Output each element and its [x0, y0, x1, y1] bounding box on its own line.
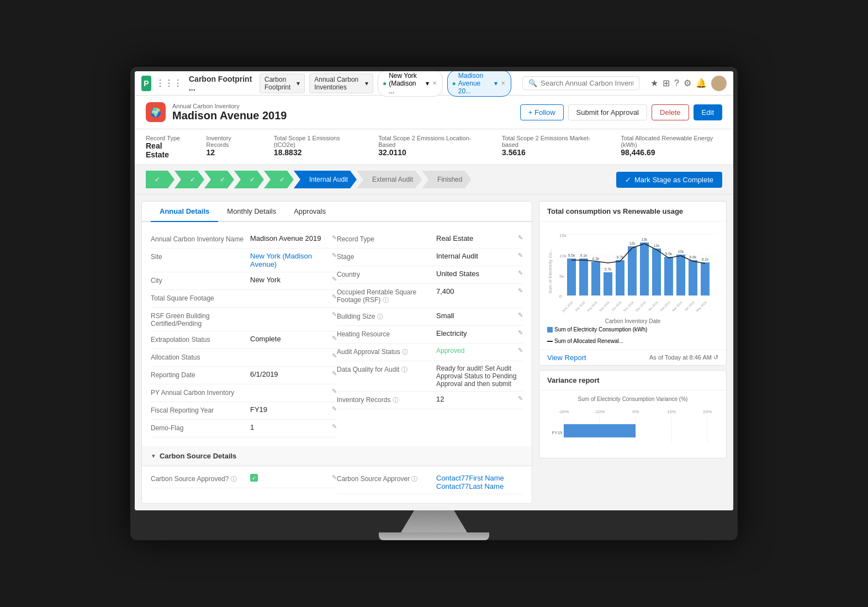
edit-icon-site[interactable]: ✎	[332, 252, 337, 259]
svg-rect-56	[564, 424, 636, 437]
svg-text:Feb 2019: Feb 2019	[659, 300, 671, 312]
svg-text:9.5k: 9.5k	[568, 254, 575, 257]
stage-3[interactable]: ✓	[204, 171, 234, 188]
tab-annual-details[interactable]: Annual Details	[151, 202, 218, 222]
search-bar[interactable]: 🔍	[522, 76, 639, 90]
breadcrumb-label-annual: Annual Carbon Inventories	[314, 76, 363, 91]
tab-monthly-details[interactable]: Monthly Details	[218, 202, 285, 222]
edit-icon-carbon-approved[interactable]: ✎	[332, 474, 337, 481]
edit-button[interactable]: Edit	[694, 104, 722, 120]
info-icon-building[interactable]: ⓘ	[377, 313, 383, 320]
stage-1[interactable]: ✓	[146, 171, 174, 188]
search-input[interactable]	[541, 79, 633, 87]
record-subtitle: Annual Carbon Inventory	[172, 103, 287, 109]
svg-text:5k: 5k	[559, 274, 564, 279]
legend-electricity: Sum of Electricity Consumption (kWh)	[554, 326, 647, 332]
edit-icon-sqft[interactable]: ✎	[332, 293, 337, 300]
stage-internal-audit[interactable]: Internal Audit	[294, 171, 357, 188]
site-link[interactable]: New York (Madison Avenue)	[250, 252, 332, 268]
stage-4[interactable]: ✓	[234, 171, 264, 188]
stage-progress-bar: ✓ ✓ ✓ ✓ ✓ Internal Audit External Audit …	[135, 165, 733, 194]
refresh-icon[interactable]: ↺	[713, 354, 718, 361]
field-record-type: Record Type Real Estate ✎	[337, 231, 523, 249]
user-avatar[interactable]	[711, 76, 727, 91]
chart1-footer: View Report As of Today at 8:46 AM ↺	[539, 350, 726, 365]
tab-icon1: ●	[383, 80, 387, 87]
breadcrumb-tab-carbon[interactable]: Carbon Footprint ▾	[260, 73, 305, 93]
info-icon-cs-approver[interactable]: ⓘ	[411, 476, 417, 482]
svg-rect-15	[604, 272, 612, 295]
svg-text:Jan 2019: Jan 2019	[647, 300, 658, 312]
edit-icon-fiscal-year[interactable]: ✎	[332, 405, 337, 413]
close-tab1[interactable]: ✕	[432, 80, 437, 86]
info-icon-data-quality[interactable]: ⓘ	[401, 366, 407, 373]
edit-icon-heating[interactable]: ✎	[518, 329, 523, 336]
stage-finished[interactable]: Finished	[422, 171, 471, 188]
breadcrumb-tab-annual[interactable]: Annual Carbon Inventories ▾	[309, 73, 373, 93]
edit-icon-reporting-date[interactable]: ✎	[332, 370, 337, 377]
grid-icon[interactable]: ⋮⋮⋮	[156, 78, 182, 88]
carbon-source-section-header[interactable]: ▼ Carbon Source Details	[142, 446, 532, 466]
edit-icon-city[interactable]: ✎	[332, 276, 337, 283]
stage-external-audit[interactable]: External Audit	[357, 171, 422, 188]
field-demo-flag: Demo-Flag 1 ✎	[151, 420, 337, 437]
view-report-link[interactable]: View Report	[547, 353, 649, 362]
follow-button[interactable]: + Follow	[520, 104, 564, 120]
edit-icon-allocation[interactable]: ✎	[332, 352, 337, 360]
edit-icon-extrapolation[interactable]: ✎	[332, 335, 337, 342]
edit-icon-inventory-name[interactable]: ✎	[332, 234, 337, 241]
main-content: Annual Details Monthly Details Approvals…	[135, 194, 733, 510]
top-nav: P ⋮⋮⋮ Carbon Footprint ... Carbon Footpr…	[135, 71, 733, 96]
help-icon[interactable]: ?	[674, 78, 679, 88]
form-section: Annual Carbon Inventory Name Madison Ave…	[142, 222, 532, 446]
stage-2[interactable]: ✓	[174, 171, 204, 188]
svg-text:8.6k: 8.6k	[690, 255, 697, 259]
chart2-title: Variance report	[539, 371, 726, 390]
svg-rect-29	[689, 260, 697, 295]
info-icon-audit[interactable]: ⓘ	[402, 349, 408, 355]
star-icon[interactable]: ★	[650, 78, 658, 88]
svg-text:June 2018: June 2018	[561, 300, 573, 313]
edit-icon-py[interactable]: ✎	[332, 388, 337, 395]
checkmark-icon: ✓	[625, 176, 631, 184]
info-icon-rsf[interactable]: ⓘ	[383, 297, 389, 303]
info-icon-inventory[interactable]: ⓘ	[393, 397, 399, 403]
add-icon[interactable]: ⊞	[663, 78, 670, 88]
edit-icon-rsf[interactable]: ✎	[332, 311, 337, 318]
bell-icon[interactable]: 🔔	[696, 78, 707, 88]
carbon-approver-link[interactable]: Contact77First Name Contact77Last Name	[436, 474, 523, 490]
svg-text:Apr 2019: Apr 2019	[684, 300, 695, 312]
gear-icon[interactable]: ⚙	[684, 78, 691, 88]
mark-stage-complete-button[interactable]: ✓ Mark Stage as Complete	[616, 172, 722, 188]
metric-record-type: Record Type Real Estate	[146, 135, 184, 159]
metric-scope2-market: Total Scope 2 Emissions Market-based 3.5…	[502, 135, 599, 159]
chart1-body: Sum of Electricity Co... 15k 10k 5k 0	[539, 221, 726, 350]
svg-text:Oct 2018: Oct 2018	[611, 300, 622, 312]
metric-scope2-location: Total Scope 2 Emissions Location-Based 3…	[378, 135, 480, 159]
edit-icon-inventory-records[interactable]: ✎	[518, 395, 523, 402]
edit-icon-record-type[interactable]: ✎	[518, 234, 523, 241]
svg-rect-9	[567, 258, 576, 295]
tab-new-york[interactable]: ● New York (Madison ... ▾ ✕	[378, 71, 443, 97]
edit-icon-building-size[interactable]: ✎	[518, 312, 523, 319]
edit-icon-country[interactable]: ✎	[518, 270, 523, 277]
edit-icon-stage[interactable]: ✎	[518, 252, 523, 259]
collapse-icon: ▼	[151, 453, 156, 459]
stage-5[interactable]: ✓	[264, 171, 294, 188]
edit-icon-audit-approval[interactable]: ✎	[518, 347, 523, 354]
info-icon-cs-approved[interactable]: ⓘ	[231, 476, 237, 482]
field-inventory-name: Annual Carbon Inventory Name Madison Ave…	[151, 231, 337, 249]
tab-approvals[interactable]: Approvals	[285, 202, 335, 222]
submit-approval-button[interactable]: Submit for Approval	[568, 104, 647, 120]
close-tab2[interactable]: ✕	[501, 80, 505, 86]
carbon-approved-checkbox[interactable]: ✓	[250, 474, 258, 482]
delete-button[interactable]: Delete	[652, 104, 689, 120]
field-extrapolation: Extrapolation Status Complete ✎	[151, 331, 337, 349]
edit-icon-occupied-rsf[interactable]: ✎	[518, 287, 523, 294]
left-panel: Annual Details Monthly Details Approvals…	[141, 201, 532, 504]
app-logo: P	[141, 76, 151, 91]
tab-madison[interactable]: ● Madison Avenue 20... ▾ ✕	[447, 71, 512, 97]
tab-label-newyork: New York (Madison ...	[389, 72, 423, 95]
field-audit-approval: Audit Approval Status ⓘ Approved ✎	[337, 344, 523, 361]
edit-icon-demo-flag[interactable]: ✎	[332, 423, 337, 430]
